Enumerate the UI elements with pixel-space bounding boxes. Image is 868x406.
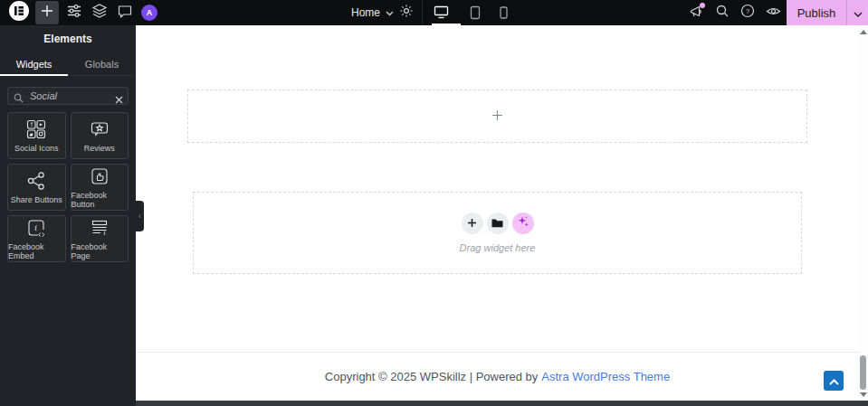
sparkles-icon bbox=[517, 215, 529, 231]
elements-panel: Elements Widgets Globals f bbox=[0, 25, 136, 406]
site-settings-button[interactable] bbox=[66, 5, 82, 21]
editor-canvas: Drag widget here Copyright © 2025 WPSkil… bbox=[136, 25, 868, 406]
search-icon bbox=[14, 90, 24, 107]
svg-text:f: f bbox=[34, 223, 37, 232]
active-device-underline bbox=[432, 24, 461, 25]
widget-label: Reviews bbox=[84, 144, 115, 153]
widget-card-social-icons[interactable]: f Social Icons bbox=[7, 112, 66, 159]
scrollbar-up-arrow[interactable] bbox=[860, 30, 867, 34]
document-title: Home bbox=[351, 6, 380, 19]
widget-label: Facebook Page bbox=[72, 242, 129, 260]
vertical-scrollbar bbox=[859, 25, 868, 401]
drag-hint-text: Drag widget here bbox=[460, 242, 536, 253]
facebook-page-icon: f bbox=[89, 217, 110, 239]
svg-text:?: ? bbox=[746, 7, 750, 15]
layers-icon bbox=[91, 3, 108, 23]
responsive-mobile-button[interactable] bbox=[500, 6, 508, 23]
add-new-container-button[interactable] bbox=[462, 212, 483, 234]
responsive-tablet-button[interactable] bbox=[470, 5, 481, 24]
widget-search bbox=[7, 87, 129, 105]
document-switcher[interactable]: Home bbox=[351, 0, 394, 25]
clear-search-icon[interactable] bbox=[115, 91, 123, 108]
scrollbar-down-arrow[interactable] bbox=[860, 392, 867, 397]
widget-label: Facebook Embed bbox=[8, 242, 65, 260]
chevron-down-icon bbox=[386, 6, 394, 19]
drop-zone-actions bbox=[462, 212, 534, 234]
eye-icon bbox=[766, 5, 781, 21]
share-buttons-icon bbox=[25, 170, 47, 192]
panel-collapse-handle[interactable]: ‹ bbox=[136, 201, 144, 231]
facebook-embed-icon: f bbox=[25, 217, 47, 239]
scroll-to-top-button[interactable] bbox=[824, 371, 844, 391]
gear-icon bbox=[398, 3, 415, 23]
plus-icon bbox=[41, 5, 53, 21]
canvas-bottom-edge bbox=[136, 401, 868, 406]
notification-dot bbox=[700, 3, 705, 8]
add-section-plus-icon[interactable] bbox=[491, 109, 503, 124]
elementor-logo-button[interactable] bbox=[9, 3, 29, 23]
widget-card-reviews[interactable]: Reviews bbox=[71, 112, 129, 159]
add-template-button[interactable] bbox=[487, 212, 509, 234]
publish-options-button[interactable] bbox=[846, 0, 868, 25]
question-mark-icon: ? bbox=[740, 4, 755, 22]
preview-button[interactable] bbox=[765, 5, 781, 21]
tablet-icon bbox=[470, 5, 481, 24]
widget-card-facebook-page[interactable]: f Facebook Page bbox=[71, 215, 129, 262]
elementor-logo-icon bbox=[9, 1, 29, 24]
user-avatar[interactable]: A bbox=[141, 5, 157, 21]
svg-text:f: f bbox=[31, 121, 33, 127]
widget-card-facebook-embed[interactable]: f Facebook Embed bbox=[7, 215, 66, 262]
folder-icon bbox=[491, 215, 503, 231]
topbar-divider bbox=[422, 0, 423, 25]
notes-button[interactable] bbox=[117, 5, 133, 21]
comment-icon bbox=[117, 3, 133, 23]
widget-label: Share Buttons bbox=[11, 195, 62, 204]
widget-grid: f Social Icons Reviews bbox=[7, 112, 129, 262]
whats-new-button[interactable] bbox=[688, 5, 704, 21]
help-button[interactable]: ? bbox=[739, 5, 756, 21]
publish-button[interactable]: Publish bbox=[787, 0, 846, 25]
ai-builder-button[interactable] bbox=[512, 212, 534, 234]
widget-label: Facebook Button bbox=[72, 191, 129, 209]
sliders-icon bbox=[66, 3, 82, 23]
search-icon bbox=[715, 4, 730, 22]
add-element-button[interactable] bbox=[35, 1, 59, 24]
top-bar: A Home bbox=[0, 0, 868, 25]
chevron-left-icon: ‹ bbox=[138, 212, 141, 221]
chevron-up-icon bbox=[829, 373, 839, 389]
structure-button[interactable] bbox=[91, 5, 108, 21]
mobile-icon bbox=[500, 6, 508, 23]
plus-icon bbox=[467, 215, 477, 231]
copyright-text: Copyright © 2025 WPSkillz | Powered by bbox=[325, 370, 539, 383]
empty-section bbox=[187, 90, 807, 143]
tab-widgets[interactable]: Widgets bbox=[0, 52, 68, 75]
responsive-desktop-button[interactable] bbox=[434, 5, 449, 24]
social-icons-icon: f bbox=[25, 118, 47, 140]
facebook-button-icon bbox=[89, 165, 110, 187]
site-footer: Copyright © 2025 WPSkillz | Powered by A… bbox=[136, 352, 859, 401]
widget-label: Social Icons bbox=[14, 144, 59, 153]
publish-split-button: Publish bbox=[787, 0, 868, 25]
finder-search-button[interactable] bbox=[714, 5, 730, 21]
widget-search-input[interactable] bbox=[7, 87, 129, 105]
widget-card-share-buttons[interactable]: Share Buttons bbox=[7, 164, 66, 211]
reviews-icon bbox=[89, 118, 110, 140]
chevron-down-icon bbox=[854, 5, 863, 21]
drop-zone-section: Drag widget here bbox=[193, 192, 802, 274]
panel-tabs: Widgets Globals bbox=[0, 52, 136, 76]
tab-globals[interactable]: Globals bbox=[68, 52, 136, 75]
scrollbar-thumb[interactable] bbox=[860, 355, 866, 390]
panel-title: Elements bbox=[0, 25, 136, 51]
desktop-icon bbox=[434, 5, 449, 24]
widget-card-facebook-button[interactable]: Facebook Button bbox=[71, 164, 129, 211]
page-settings-button[interactable] bbox=[398, 5, 415, 21]
theme-link[interactable]: Astra WordPress Theme bbox=[541, 370, 670, 383]
megaphone-icon bbox=[689, 4, 704, 23]
svg-text:f: f bbox=[103, 230, 106, 237]
